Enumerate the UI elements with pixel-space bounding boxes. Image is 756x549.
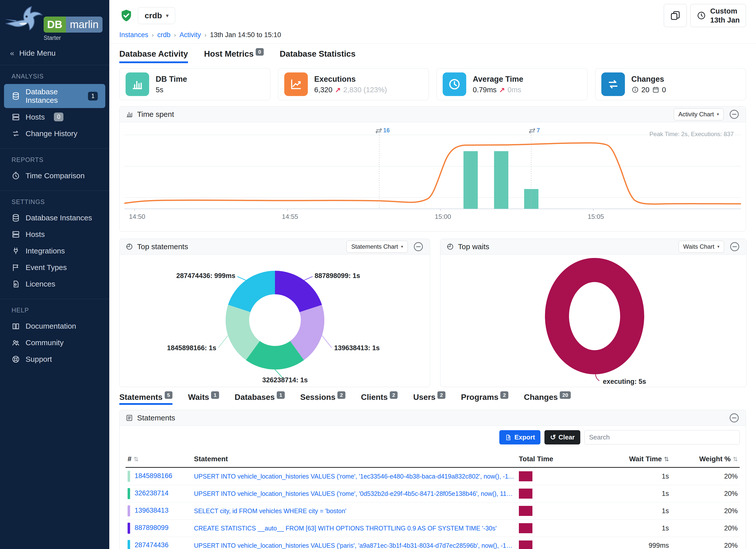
statement-id-link[interactable]: 326238714	[135, 489, 168, 497]
life-ring-icon	[12, 355, 20, 363]
tab-changes[interactable]: Changes20	[524, 393, 571, 405]
statements-chart-select[interactable]: Statements Chart ▾	[346, 241, 408, 253]
tab-badge: 2	[437, 391, 445, 399]
column-header-wait-time[interactable]: Wait Time⇅	[597, 452, 671, 468]
sidebar-item-documentation[interactable]: Documentation	[0, 318, 109, 334]
section-title: SETTINGS	[12, 198, 109, 206]
statement-text-link[interactable]: UPSERT INTO vehicle_location_histories V…	[194, 473, 515, 480]
brand-wordmark: DB marlin	[44, 17, 103, 33]
time-spent-chart[interactable]: Peak Time: 2s, Executions: 837 ⇄ 16 ⇄ 7 …	[120, 122, 746, 231]
statement-id-link[interactable]: 887898099	[135, 524, 168, 531]
sidebar-item-database-instances[interactable]: Database Instances 1	[4, 84, 105, 108]
export-button[interactable]: Export	[499, 430, 540, 444]
donut-label-287474436: 287474436: 999ms	[176, 272, 235, 280]
total-time-bar	[519, 489, 532, 499]
panel-title: Time spent	[137, 110, 174, 119]
hide-menu-button[interactable]: « Hide Menu	[0, 42, 109, 65]
minus-circle-icon	[413, 241, 424, 252]
breadcrumb-instances[interactable]: Instances	[119, 31, 148, 39]
copy-icon	[670, 10, 681, 21]
statement-text-link[interactable]: UPSERT INTO vehicle_location_histories V…	[194, 490, 515, 497]
total-time-bar	[519, 540, 532, 549]
sidebar-item-label: Hosts	[26, 230, 45, 239]
tab-clients[interactable]: Clients2	[361, 393, 398, 405]
nav-section-reports: REPORTS Time Comparison	[0, 149, 109, 191]
instance-selector[interactable]: crdb ▾	[138, 7, 175, 24]
sidebar-item-settings-database-instances[interactable]: Database Instances	[0, 210, 109, 226]
collapse-panel-button[interactable]	[413, 241, 424, 252]
statements-donut-chart[interactable]: 287474436: 999ms 887898099: 1s 139638413…	[120, 254, 430, 387]
sidebar-item-settings-hosts[interactable]: Hosts	[0, 226, 109, 243]
tab-label: Clients	[361, 393, 388, 402]
collapse-panel-button[interactable]	[729, 412, 740, 423]
statement-text-link[interactable]: CREATE STATISTICS __auto__ FROM [63] WIT…	[194, 525, 515, 532]
chevron-down-icon: ▾	[166, 13, 168, 19]
tab-host-metrics[interactable]: Host Metrics0	[204, 49, 264, 63]
up-arrow-icon: ↗	[499, 86, 505, 94]
waits-chart-select[interactable]: Waits Chart ▾	[679, 241, 724, 253]
executions-bar	[494, 151, 508, 209]
statements-panel: Statements Export ↺ Clear #⇅ St	[119, 410, 746, 549]
tab-statements[interactable]: Statements5	[119, 393, 172, 405]
sidebar-item-label: Database Instances	[26, 214, 92, 222]
tab-waits[interactable]: Waits1	[188, 393, 219, 405]
sidebar-item-integrations[interactable]: Integrations	[0, 243, 109, 259]
card-db-time: DB Time 5s	[119, 68, 270, 100]
statement-text-link[interactable]: UPSERT INTO vehicle_location_histories V…	[194, 542, 515, 549]
sidebar-item-community[interactable]: Community	[0, 334, 109, 351]
tab-users[interactable]: Users2	[413, 393, 445, 405]
collapse-panel-button[interactable]	[729, 109, 740, 120]
statement-text-link[interactable]: SELECT city, id FROM vehicles WHERE city…	[194, 507, 515, 515]
database-icon	[12, 92, 20, 100]
time-range-button[interactable]: Custom 13th Jan	[690, 4, 746, 27]
tab-database-activity[interactable]: Database Activity	[119, 49, 188, 63]
section-title: REPORTS	[12, 156, 109, 163]
waits-donut-chart[interactable]: executing: 5s	[440, 254, 746, 387]
change-marker[interactable]: ⇄ 16	[375, 126, 390, 135]
column-header-id[interactable]: #⇅	[126, 452, 192, 468]
donut-label-executing: executing: 5s	[603, 378, 646, 386]
instance-name: crdb	[145, 11, 162, 20]
statement-color-chip	[128, 471, 130, 482]
undo-icon: ↺	[550, 433, 556, 441]
topbar: crdb ▾ Custom 13th Jan Instances › crdb	[109, 0, 756, 44]
info-circle-icon	[631, 86, 639, 94]
calendar-icon	[652, 86, 659, 94]
change-marker-count: 16	[383, 127, 390, 134]
tab-sessions[interactable]: Sessions2	[300, 393, 345, 405]
column-header-total-time[interactable]: Total Time	[517, 452, 597, 468]
card-executions: Executions 6,320 ↗ 2,830 (123%)	[278, 68, 429, 100]
statement-id-link[interactable]: 287474436	[135, 541, 168, 549]
statement-id-link[interactable]: 139638413	[135, 507, 168, 514]
statement-id-link[interactable]: 1845898166	[135, 472, 172, 480]
breadcrumb-activity[interactable]: Activity	[179, 31, 201, 39]
chevron-down-icon: ▾	[401, 244, 403, 249]
search-input[interactable]	[584, 430, 740, 444]
sidebar-item-support[interactable]: Support	[0, 351, 109, 368]
change-marker[interactable]: ⇄ 7	[528, 126, 540, 135]
activity-chart-select[interactable]: Activity Chart ▾	[674, 108, 724, 120]
sidebar-item-licences[interactable]: Licences	[0, 276, 109, 292]
donut-label-887898099: 887898099: 1s	[315, 272, 360, 280]
sidebar-item-time-comparison[interactable]: Time Comparison	[0, 167, 109, 184]
sidebar-item-hosts[interactable]: Hosts 0	[0, 109, 109, 125]
sort-icon: ⇅	[134, 456, 139, 463]
tab-database-statistics[interactable]: Database Statistics	[280, 49, 356, 63]
sidebar-item-change-history[interactable]: Change History	[0, 125, 109, 142]
clock-icon	[697, 11, 706, 20]
tab-databases[interactable]: Databases1	[235, 393, 285, 405]
sidebar-item-event-types[interactable]: Event Types	[0, 259, 109, 276]
panel-title: Statements	[137, 414, 175, 422]
column-header-weight[interactable]: Weight %⇅	[671, 452, 740, 468]
copy-link-button[interactable]	[664, 4, 687, 27]
sort-icon: ⇅	[733, 456, 738, 463]
clear-button[interactable]: ↺ Clear	[544, 430, 580, 444]
changes-event-count: 0	[662, 86, 666, 94]
donut-label-139638413: 139638413: 1s	[334, 344, 380, 352]
tab-programs[interactable]: Programs2	[461, 393, 508, 405]
collapse-panel-button[interactable]	[729, 241, 740, 252]
breadcrumb-crdb[interactable]: crdb	[157, 31, 171, 39]
sidebar-item-label: Database Instances	[26, 87, 79, 105]
column-header-statement[interactable]: Statement	[192, 452, 517, 468]
table-row: 139638413 SELECT city, id FROM vehicles …	[126, 502, 740, 520]
